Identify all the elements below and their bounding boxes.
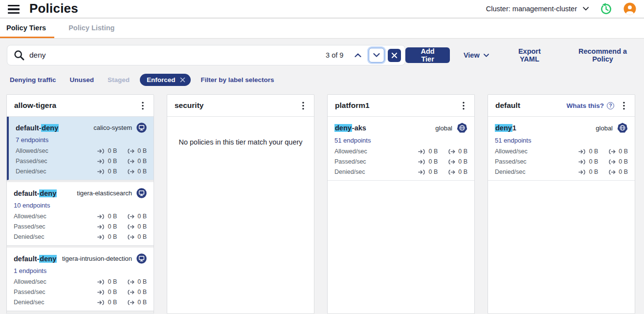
policy-card[interactable]: deny1 global 51 endpoints Allowed/sec — [488, 117, 635, 181]
egress-icon — [127, 214, 134, 219]
policy-name: deny1 — [495, 124, 516, 132]
toolbar: 3 of 9 Add Tier View Export YAML Recomme… — [7, 45, 637, 65]
ingress-icon — [97, 148, 105, 154]
metric-value-out: 0 B — [458, 158, 467, 165]
metric-value-in: 0 B — [108, 168, 117, 175]
egress-icon — [127, 300, 134, 305]
tab-policy-tiers[interactable]: Policy Tiers — [0, 19, 54, 38]
ingress-icon — [97, 234, 105, 240]
cluster-selector[interactable]: Cluster: management-cluster — [486, 5, 589, 13]
egress-icon — [127, 279, 134, 285]
view-dropdown-button[interactable]: View — [464, 51, 489, 59]
ingress-icon — [418, 159, 425, 165]
search-input[interactable] — [29, 51, 326, 60]
policy-card[interactable]: default-deny calico-system 7 endpoints A… — [7, 117, 154, 180]
close-icon — [391, 52, 398, 59]
tier-board: allow-tigera default-deny calico-system — [6, 94, 644, 314]
tier-card-list: deny1 global 51 endpoints Allowed/sec — [488, 117, 635, 314]
namespace-icon — [136, 123, 147, 133]
namespace-icon — [136, 188, 147, 198]
egress-icon — [127, 159, 134, 164]
metric-value-in: 0 B — [428, 158, 438, 165]
search-highlight: deny — [39, 255, 57, 263]
tier-header: platform1 — [328, 95, 474, 117]
policy-card[interactable]: default-deny tigera-intrusion-detection … — [7, 246, 154, 311]
chevron-up-icon — [355, 53, 361, 57]
chip-close-icon[interactable] — [180, 77, 185, 83]
metric-row: Passed/sec 0 B 0 B — [334, 158, 467, 165]
ingress-icon — [578, 159, 586, 165]
filter-unused[interactable]: Unused — [70, 76, 94, 84]
tier-menu-button[interactable] — [459, 102, 468, 110]
tier-menu-button[interactable] — [619, 102, 629, 110]
policy-name-row: default-deny tigera-elasticsearch — [14, 188, 147, 198]
egress-icon — [608, 159, 616, 165]
metric-value-in: 0 B — [108, 278, 117, 285]
clear-search-button[interactable] — [388, 49, 401, 62]
tab-policy-listing[interactable]: Policy Listing — [62, 19, 123, 38]
endpoints-link[interactable]: 51 endpoints — [495, 137, 531, 144]
enforced-filter-chip[interactable]: Enforced — [140, 74, 191, 86]
name-suffix: -aks — [352, 124, 366, 132]
ingress-icon — [97, 159, 105, 164]
policy-scope: global — [435, 123, 467, 133]
ingress-icon — [97, 224, 105, 230]
scope-label: tigera-intrusion-detection — [62, 255, 132, 262]
filter-staged[interactable]: Staged — [108, 76, 130, 84]
metric-label: Passed/sec — [334, 158, 366, 165]
metric-label: Passed/sec — [14, 223, 45, 230]
policy-scope: global — [596, 123, 628, 133]
add-tier-button[interactable]: Add Tier — [405, 47, 450, 63]
whats-this-link[interactable]: Whats this? ? — [567, 102, 615, 109]
whats-this-label: Whats this? — [567, 102, 604, 109]
metric-value-in: 0 B — [428, 148, 438, 155]
metric-row: Passed/sec 0 B 0 B — [495, 158, 628, 165]
policy-scope: tigera-elasticsearch — [77, 188, 147, 198]
endpoints-link[interactable]: 51 endpoints — [334, 137, 371, 144]
ingress-icon — [418, 169, 425, 175]
recommend-policy-button[interactable]: Recommend a Policy — [568, 47, 637, 63]
question-circle-icon: ? — [607, 102, 614, 109]
endpoints-link[interactable]: 7 endpoints — [16, 136, 48, 144]
policy-scope: tigera-intrusion-detection — [62, 253, 147, 264]
filter-denying-traffic[interactable]: Denying traffic — [10, 76, 56, 84]
metric-value-in: 0 B — [108, 233, 117, 240]
ingress-icon — [578, 169, 586, 175]
egress-icon — [448, 159, 455, 165]
metric-row: Allowed/sec 0 B 0 B — [14, 278, 147, 285]
metrics-list: Allowed/sec 0 B 0 B Passed/sec 0 B 0 B — [334, 148, 467, 175]
policy-card[interactable]: deny-aks global 51 endpoints Allowed/sec — [328, 117, 474, 181]
egress-icon — [608, 169, 616, 175]
metric-value-out: 0 B — [137, 168, 147, 175]
empty-tier-message: No policies in this tier match your quer… — [167, 138, 314, 146]
export-yaml-button[interactable]: Export YAML — [509, 47, 551, 63]
user-avatar-icon — [623, 2, 636, 15]
policy-card[interactable]: default-deny tigera-elasticsearch 10 end… — [7, 180, 154, 246]
policy-card-partial — [7, 311, 154, 314]
user-avatar-button[interactable] — [623, 2, 636, 15]
metric-value-out: 0 B — [137, 299, 147, 306]
scope-label: global — [435, 125, 452, 132]
filter-by-label-selectors[interactable]: Filter by label selectors — [201, 76, 274, 84]
find-previous-button[interactable] — [350, 48, 366, 63]
metric-label: Denied/sec — [334, 168, 365, 175]
metric-row: Denied/sec 0 B 0 B — [334, 168, 467, 175]
endpoints-link[interactable]: 1 endpoints — [14, 267, 46, 274]
egress-icon — [127, 290, 134, 295]
policy-name: default-deny — [14, 189, 57, 197]
history-button[interactable] — [600, 2, 613, 16]
metric-row: Denied/sec 0 B 0 B — [14, 233, 147, 240]
metric-value-out: 0 B — [458, 168, 467, 175]
view-dropdown-label: View — [464, 51, 480, 59]
egress-icon — [127, 234, 134, 240]
endpoints-link[interactable]: 10 endpoints — [14, 202, 50, 209]
tier-menu-button[interactable] — [138, 102, 148, 110]
chevron-down-icon — [583, 7, 589, 11]
tier-menu-button[interactable] — [298, 102, 308, 110]
tier-column: security No policies in this tier match … — [167, 94, 314, 314]
metric-label: Passed/sec — [16, 158, 47, 165]
metric-label: Denied/sec — [16, 168, 46, 175]
hamburger-menu-icon[interactable] — [8, 5, 20, 14]
tier-card-list: deny-aks global 51 endpoints Allowed/sec — [328, 117, 474, 314]
find-next-button[interactable] — [369, 48, 384, 63]
